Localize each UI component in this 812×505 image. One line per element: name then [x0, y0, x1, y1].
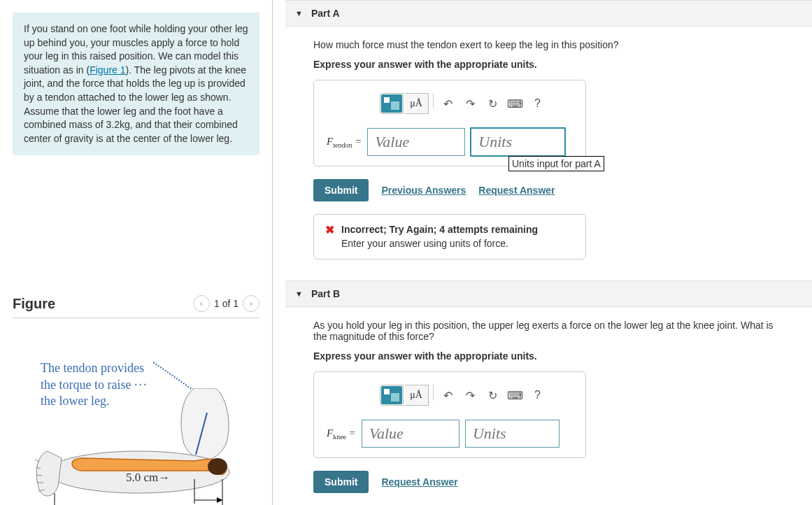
part-a-submit-button[interactable]: Submit [313, 179, 369, 201]
part-a-previous-answers-link[interactable]: Previous Answers [381, 185, 466, 196]
units-tooltip: Units input for part A [508, 156, 604, 171]
reset-button[interactable]: ↻ [483, 93, 504, 114]
part-b-submit-button[interactable]: Submit [313, 471, 369, 493]
undo-button[interactable]: ↶ [438, 93, 459, 114]
figure-pager-text: 1 of 1 [214, 298, 238, 309]
caret-down-icon: ▼ [295, 290, 303, 298]
figure-1-link[interactable]: Figure 1 [90, 64, 125, 76]
templates-button[interactable] [380, 385, 404, 406]
part-b-value-input[interactable] [362, 420, 460, 448]
svg-marker-9 [217, 497, 222, 503]
part-a-units-input[interactable] [471, 128, 565, 156]
part-a-feedback: ✖ Incorrect; Try Again; 4 attempts remai… [313, 214, 586, 259]
caret-down-icon: ▼ [295, 9, 303, 17]
part-b-question: As you hold your leg in this position, t… [313, 320, 789, 342]
part-b-instruction: Express your answer with the appropriate… [313, 350, 789, 362]
reset-button[interactable]: ↻ [483, 385, 504, 406]
part-a-question: How much force must the tendon exert to … [313, 39, 789, 50]
part-a-answer-box: μÅ ↶ ↷ ↻ ⌨ ? Ftendon = Units input for p… [313, 80, 586, 166]
redo-button[interactable]: ↷ [460, 93, 481, 114]
redo-button[interactable]: ↷ [460, 385, 481, 406]
figure-title: Figure [13, 296, 55, 312]
intro-text-2: ). The leg pivots at the knee joint, and… [24, 64, 246, 144]
part-b-units-input[interactable] [465, 420, 560, 448]
special-chars-button[interactable]: μÅ [405, 385, 429, 406]
keyboard-button[interactable]: ⌨ [505, 385, 526, 406]
part-b-title: Part B [311, 288, 340, 299]
feedback-message: Enter your answer using units of force. [341, 237, 538, 251]
part-a-value-input[interactable] [367, 128, 465, 156]
feedback-title: Incorrect; Try Again; 4 attempts remaini… [341, 223, 538, 237]
problem-statement: If you stand on one foot while holding y… [13, 13, 259, 155]
incorrect-icon: ✖ [325, 223, 334, 250]
figure-prev-button[interactable]: ‹ [193, 295, 210, 312]
help-button[interactable]: ? [527, 385, 548, 406]
figure-caption-l1: The tendon provides [41, 361, 144, 375]
svg-point-1 [208, 458, 227, 475]
part-b-request-answer-link[interactable]: Request Answer [381, 476, 457, 488]
part-b-variable: Fknee = [327, 427, 356, 441]
figure-next-button[interactable]: › [243, 295, 259, 312]
keyboard-button[interactable]: ⌨ [505, 93, 526, 114]
figure-pager: ‹ 1 of 1 › [193, 295, 259, 312]
part-b-header[interactable]: ▼ Part B [285, 280, 812, 307]
part-a-variable: Ftendon = [327, 136, 362, 149]
leg-diagram [34, 388, 243, 505]
part-b-answer-box: μÅ ↶ ↷ ↻ ⌨ ? Fknee = [313, 371, 586, 458]
part-a-header[interactable]: ▼ Part A [285, 0, 812, 27]
part-a-title: Part A [311, 8, 340, 19]
undo-button[interactable]: ↶ [438, 385, 459, 406]
figure-image: The tendon provides the torque to raise … [13, 332, 259, 505]
part-a-instruction: Express your answer with the appropriate… [313, 59, 789, 70]
dim-5cm: 5.0 cm [126, 471, 158, 484]
templates-button[interactable] [380, 93, 404, 114]
help-button[interactable]: ? [527, 93, 548, 114]
special-chars-button[interactable]: μÅ [405, 93, 429, 114]
part-a-request-answer-link[interactable]: Request Answer [478, 185, 555, 196]
